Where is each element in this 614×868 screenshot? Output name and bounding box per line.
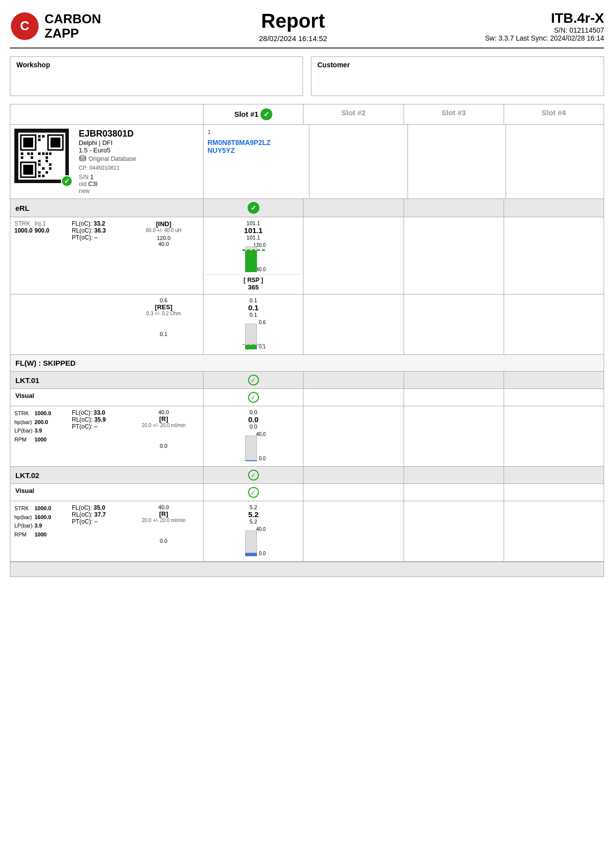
lkt01-meas-left: STRK hp(bar) LP(bar) RPM 1000.0 200.0 3.… [10,406,204,466]
slot1-injector-content: 1 RM0N8T8MA9P2LZ NUY5YZ [204,125,309,198]
erl-ind-slot3 [404,217,504,294]
lkt01-val-mid: 0.0 [205,415,301,424]
lkt02-val-mid: 5.2 [205,510,301,519]
ind-min: 40.0 [128,241,199,247]
svg-rect-16 [49,152,51,155]
slot1-check-icon: ✓ [260,108,272,120]
res-val-bot: 0.1 [205,312,301,318]
lkt01-bar-min: 0.0 [259,456,266,461]
lkt02-pt-temp: PT(oC): – [72,518,122,525]
lkt01-rl-value: 35.9 [94,416,105,423]
rl-value: 36.3 [94,227,105,234]
lkt02-strk-value: 1000.0 [35,504,51,513]
workshop-label: Workshop [16,61,297,69]
injector-model: EJBR03801D [79,129,136,139]
svg-rect-18 [46,160,48,162]
svg-rect-21 [42,167,45,170]
lkt01-slot3-data [404,406,504,466]
lkt01-visual-slots: ✓ [204,389,604,406]
injector-info: ✓ EJBR03801D Delphi | DFI 1.5 - Euro5 Or… [10,125,204,198]
lkt01-bar-fill [245,460,257,461]
lkt02-param-labels: STRK hp(bar) LP(bar) RPM [14,504,33,558]
lkt02-visual-slot3 [404,484,504,501]
sn-line: S/N: 012114507 [485,26,604,34]
fl-value: 33.2 [94,220,105,227]
svg-rect-23 [49,167,51,170]
fl-temp: FL(oC): 33.2 [72,220,122,227]
lkt01-visual-slot4 [504,389,604,406]
erl-ind-row: STRK 1000.0 Inj.1 900.0 FL(oC): 33.2 RL(… [10,217,604,294]
customer-box: Customer ::: [311,56,604,96]
fl-label: FL(oC): [72,220,92,227]
report-date: 28/02/2024 16:14:52 [259,34,327,43]
lkt01-fl-value: 33.0 [94,409,105,416]
logo-text: CARBON ZAPP [45,12,101,40]
lkt02-slot1-values: 5.2 5.2 5.2 [205,504,301,525]
lkt01-strk-value: 1000.0 [35,409,51,418]
rl-label: RL(oC): [72,227,93,234]
slot2-injector-empty [309,125,408,198]
lkt02-spec: 40.0 [R] 20.0 +/- 20.0 ml/min 0.0 [124,501,203,561]
erl-ind-slot2 [304,217,404,294]
lkt02-rl-value: 37.7 [94,511,105,518]
db-label: Original Database [89,155,136,162]
sn-label: S/N [79,174,89,181]
slot1-header: Slot #1 ✓ [204,104,304,124]
slot3-header: Slot #3 [404,104,504,124]
svg-rect-15 [46,156,48,159]
lkt01-meas-row: STRK hp(bar) LP(bar) RPM 1000.0 200.0 3.… [10,406,604,467]
lkt01-pt-label: PT(oC): [72,423,93,430]
lkt01-visual-slot2 [304,389,404,406]
erl-res-slot3 [404,294,504,354]
lkt02-bar-max: 40.0 [256,527,265,532]
old-value: C3I [88,181,98,188]
svg-rect-28 [31,152,33,155]
lkt01-param-values: 1000.0 200.0 3.9 1000 [35,409,51,463]
logo-icon: C [10,11,40,41]
strk-param: STRK 1000.0 [14,220,33,289]
lkt02-slot3-data [404,501,504,561]
lkt01-hp-value: 200.0 [35,418,51,427]
bottom-bar [10,562,604,577]
erl-ind-left: STRK 1000.0 Inj.1 900.0 FL(oC): 33.2 RL(… [10,217,204,294]
svg-rect-13 [42,152,45,155]
svg-rect-11 [38,139,41,141]
lkt01-rpm-label: RPM [14,435,33,444]
qr-area: ✓ [14,129,69,183]
erl-slot2 [304,199,404,217]
slot1-id2: NUY5YZ [207,146,305,154]
svg-rect-17 [38,160,41,162]
lkt01-slot4 [504,372,604,388]
svg-rect-29 [21,152,23,155]
lkt02-slots: ✓ [204,467,604,483]
lkt01-lp-label: LP(bar) [14,427,33,435]
lkt01-rl-temp: RL(oC): 35.9 [72,416,122,423]
ind-val-mid: 101.1 [205,226,301,235]
lkt01-param-labels: STRK hp(bar) LP(bar) RPM [14,409,33,463]
svg-rect-14 [46,152,48,155]
slot4-injector-empty [506,125,604,198]
pt-value: – [94,234,98,241]
lkt01-section-row: LKT.01 ✓ [10,372,604,389]
lkt01-check-icon: ✓ [248,375,259,386]
lkt02-visual-label: Visual [10,484,204,501]
lkt01-visual-slot3 [404,389,504,406]
svg-point-32 [80,156,86,158]
svg-rect-4 [23,138,33,147]
sw-line: Sw: 3.3.7 Last Sync: 2024/02/28 16:14 [485,34,604,42]
svg-rect-25 [38,175,41,177]
res-range: 0.3 +/- 0.2 Ohm [128,311,199,316]
slot2-header: Slot #2 [304,104,404,124]
ind-bar-min: 40.0 [256,267,265,272]
lkt01-slot1-values: 0.0 0.0 0.0 [205,409,301,430]
lkt02-r-label: [R] [128,510,199,518]
lkt01-rl-label: RL(oC): [72,416,93,423]
lkt02-r-max: 40.0 [128,504,199,510]
lkt01-fl-temp: FL(oC): 33.0 [72,409,122,416]
svg-rect-12 [38,152,41,155]
qr-check-icon: ✓ [61,175,73,187]
report-center: Report 28/02/2024 16:14:52 [259,10,327,43]
lkt02-bar-min: 0.0 [259,551,266,556]
lkt01-pt-temp: PT(oC): – [72,423,122,430]
lkt01-r-min: 0.0 [128,443,199,449]
